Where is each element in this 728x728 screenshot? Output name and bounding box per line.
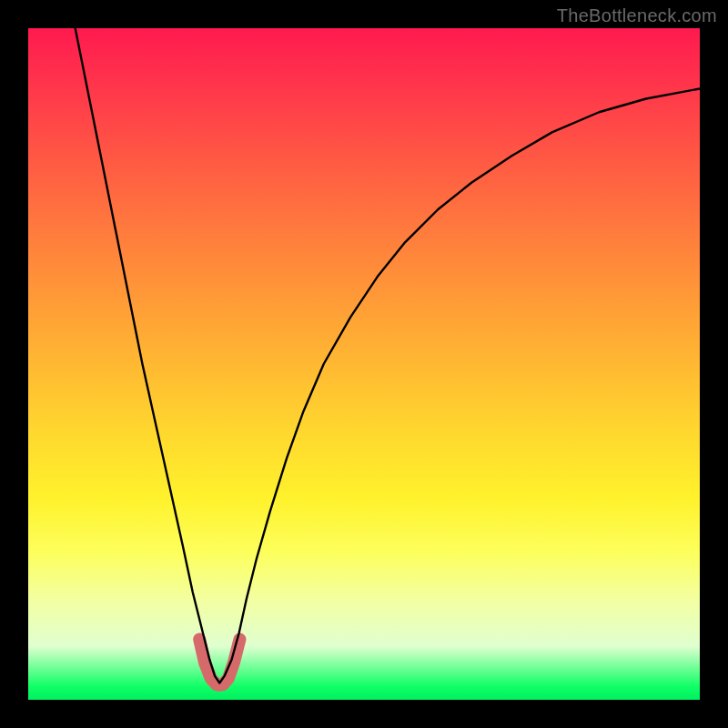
bottleneck-curve-path: [76, 28, 700, 683]
watermark-text: TheBottleneck.com: [557, 5, 717, 26]
plot-area: [28, 28, 700, 700]
curve-svg: [28, 28, 700, 700]
chart-frame: TheBottleneck.com: [0, 0, 728, 728]
